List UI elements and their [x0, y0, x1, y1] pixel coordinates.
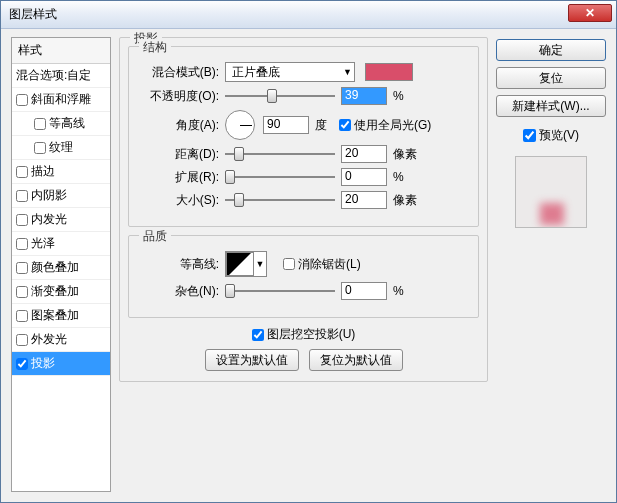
style-item-label: 投影 [31, 355, 55, 372]
style-item[interactable]: 纹理 [12, 136, 110, 160]
style-item[interactable]: 颜色叠加 [12, 256, 110, 280]
style-item[interactable]: 光泽 [12, 232, 110, 256]
blend-options-label: 混合选项:自定 [16, 67, 91, 84]
angle-dial[interactable] [225, 110, 255, 140]
knockout-checkbox[interactable]: 图层挖空投影(U) [252, 326, 356, 343]
size-input[interactable]: 20 [341, 191, 387, 209]
ok-button[interactable]: 确定 [496, 39, 606, 61]
size-slider[interactable] [225, 191, 335, 209]
knockout-label: 图层挖空投影(U) [267, 326, 356, 343]
distance-input[interactable]: 20 [341, 145, 387, 163]
style-item-checkbox[interactable] [16, 94, 28, 106]
style-item-checkbox[interactable] [16, 286, 28, 298]
angle-unit: 度 [315, 117, 327, 134]
style-item[interactable]: 图案叠加 [12, 304, 110, 328]
style-item-checkbox[interactable] [16, 310, 28, 322]
dialog-body: 样式 混合选项:自定 斜面和浮雕等高线纹理描边内阴影内发光光泽颜色叠加渐变叠加图… [1, 29, 616, 502]
style-item[interactable]: 等高线 [12, 112, 110, 136]
close-button[interactable]: ✕ [568, 4, 612, 22]
style-item-label: 颜色叠加 [31, 259, 79, 276]
style-item-checkbox[interactable] [16, 238, 28, 250]
cancel-button[interactable]: 复位 [496, 67, 606, 89]
noise-label: 杂色(N): [141, 283, 219, 300]
style-item-label: 光泽 [31, 235, 55, 252]
shadow-color-swatch[interactable] [365, 63, 413, 81]
opacity-unit: % [393, 89, 423, 103]
style-item[interactable]: 外发光 [12, 328, 110, 352]
antialias-label: 消除锯齿(L) [298, 256, 361, 273]
distance-unit: 像素 [393, 146, 423, 163]
set-default-label: 设置为默认值 [216, 352, 288, 369]
antialias-checkbox[interactable]: 消除锯齿(L) [283, 256, 361, 273]
style-item-checkbox[interactable] [16, 358, 28, 370]
chevron-down-icon: ▼ [254, 259, 266, 269]
window-title: 图层样式 [9, 6, 57, 23]
spread-unit: % [393, 170, 423, 184]
style-item-checkbox[interactable] [16, 334, 28, 346]
ok-label: 确定 [539, 42, 563, 59]
preview-input[interactable] [523, 129, 536, 142]
style-item-label: 纹理 [49, 139, 73, 156]
style-item[interactable]: 投影 [12, 352, 110, 376]
spread-label: 扩展(R): [141, 169, 219, 186]
opacity-input[interactable]: 39 [341, 87, 387, 105]
new-style-label: 新建样式(W)... [512, 98, 589, 115]
style-item-label: 内阴影 [31, 187, 67, 204]
right-panel: 确定 复位 新建样式(W)... 预览(V) [496, 37, 606, 492]
global-light-checkbox[interactable]: 使用全局光(G) [339, 117, 431, 134]
contour-thumb-icon [226, 252, 254, 276]
layer-style-dialog: 图层样式 ✕ 样式 混合选项:自定 斜面和浮雕等高线纹理描边内阴影内发光光泽颜色… [0, 0, 617, 503]
blend-mode-select[interactable]: 正片叠底 ▼ [225, 62, 355, 82]
opacity-slider[interactable] [225, 87, 335, 105]
style-item[interactable]: 内阴影 [12, 184, 110, 208]
antialias-input[interactable] [283, 258, 295, 270]
noise-unit: % [393, 284, 423, 298]
style-item-checkbox[interactable] [34, 142, 46, 154]
style-item-checkbox[interactable] [34, 118, 46, 130]
style-item-checkbox[interactable] [16, 190, 28, 202]
noise-slider[interactable] [225, 282, 335, 300]
close-icon: ✕ [585, 6, 595, 20]
style-item-checkbox[interactable] [16, 214, 28, 226]
style-item[interactable]: 内发光 [12, 208, 110, 232]
style-item-label: 渐变叠加 [31, 283, 79, 300]
style-item-label: 内发光 [31, 211, 67, 228]
style-item-label: 外发光 [31, 331, 67, 348]
spread-input[interactable]: 0 [341, 168, 387, 186]
settings-panel: 投影 结构 混合模式(B): 正片叠底 ▼ 不透明度(O): [119, 37, 488, 492]
spread-slider[interactable] [225, 168, 335, 186]
quality-legend: 品质 [139, 228, 171, 245]
style-item-label: 描边 [31, 163, 55, 180]
style-item[interactable]: 描边 [12, 160, 110, 184]
style-item[interactable]: 渐变叠加 [12, 280, 110, 304]
set-default-button[interactable]: 设置为默认值 [205, 349, 299, 371]
noise-input[interactable]: 0 [341, 282, 387, 300]
style-item-label: 等高线 [49, 115, 85, 132]
size-unit: 像素 [393, 192, 423, 209]
angle-input[interactable]: 90 [263, 116, 309, 134]
new-style-button[interactable]: 新建样式(W)... [496, 95, 606, 117]
titlebar[interactable]: 图层样式 ✕ [1, 1, 616, 29]
contour-label: 等高线: [141, 256, 219, 273]
distance-slider[interactable] [225, 145, 335, 163]
quality-group: 品质 等高线: ▼ 消除锯齿(L) 杂色(N): [128, 235, 479, 318]
blend-mode-label: 混合模式(B): [141, 64, 219, 81]
style-item-label: 斜面和浮雕 [31, 91, 91, 108]
preview-checkbox[interactable]: 预览(V) [496, 127, 606, 144]
style-item-checkbox[interactable] [16, 262, 28, 274]
reset-default-button[interactable]: 复位为默认值 [309, 349, 403, 371]
style-item-checkbox[interactable] [16, 166, 28, 178]
drop-shadow-group: 投影 结构 混合模式(B): 正片叠底 ▼ 不透明度(O): [119, 37, 488, 382]
knockout-input[interactable] [252, 329, 264, 341]
cancel-label: 复位 [539, 70, 563, 87]
style-item[interactable]: 斜面和浮雕 [12, 88, 110, 112]
contour-picker[interactable]: ▼ [225, 251, 267, 277]
angle-label: 角度(A): [141, 117, 219, 134]
global-light-input[interactable] [339, 119, 351, 131]
structure-group: 结构 混合模式(B): 正片叠底 ▼ 不透明度(O): 39 % [128, 46, 479, 227]
styles-list: 样式 混合选项:自定 斜面和浮雕等高线纹理描边内阴影内发光光泽颜色叠加渐变叠加图… [11, 37, 111, 492]
structure-legend: 结构 [139, 39, 171, 56]
chevron-down-icon: ▼ [343, 67, 352, 77]
blend-options-item[interactable]: 混合选项:自定 [12, 64, 110, 88]
styles-header: 样式 [12, 38, 110, 64]
